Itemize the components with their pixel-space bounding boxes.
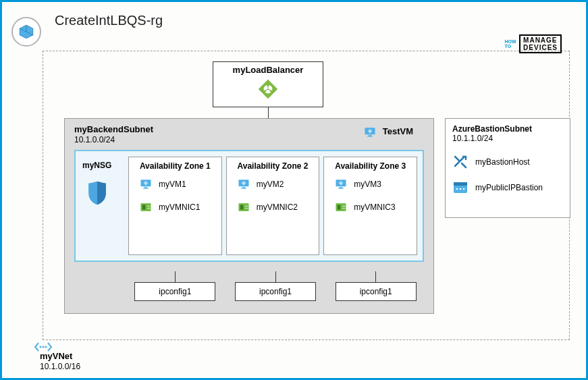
zone-title: Availability Zone 2 [232,161,314,171]
watermark: HOWTO MANAGEDEVICES [505,34,562,53]
svg-rect-24 [336,203,346,211]
vnet-label: myVNet 10.1.0.0/16 [40,351,80,371]
resource-group-title: CreateIntLBQS-rg [55,13,163,28]
svg-point-34 [43,346,45,348]
svg-rect-5 [369,135,372,136]
bastion-subnet-name: AzureBastionSubnet [452,124,563,134]
connector-line [175,271,176,282]
svg-point-3 [270,90,272,92]
svg-rect-27 [342,208,346,209]
svg-rect-20 [244,208,248,209]
vm-row: myVM2 [236,178,314,191]
svg-rect-10 [141,203,151,211]
availability-zone-2: Availability Zone 2 myVM2 myVMNIC2 [226,157,320,255]
test-vm: TestVM [363,126,413,139]
svg-rect-23 [338,188,344,189]
bastion-host-row: myBastionHost [452,154,563,170]
svg-rect-15 [242,187,245,188]
bastion-icon [452,154,469,170]
vm-icon [236,178,251,191]
vm-row: myVM3 [333,178,411,191]
zone-title: Availability Zone 3 [329,161,411,171]
zone-title: Availability Zone 1 [134,161,216,171]
nic-icon [236,200,251,214]
svg-rect-13 [147,208,151,209]
svg-point-33 [40,346,42,348]
backend-subnet-name: myBackendSubnet [74,124,153,134]
connector-line [375,271,376,282]
ipconfig-label: ipconfig1 [336,282,417,301]
svg-rect-16 [241,188,246,189]
svg-rect-11 [142,205,145,210]
vm-icon [138,178,153,191]
ipconfig-row: ipconfig1 ipconfig1 ipconfig1 [127,271,424,301]
zones-container: Availability Zone 1 myVM1 myVMNIC1 Avail… [128,157,417,255]
ipconfig-label: ipconfig1 [134,282,215,301]
nic-row: myVMNIC1 [138,200,216,214]
nic-icon [138,200,153,214]
nsg-box: myNSG Availability Zone 1 myVM1 myVMNIC1 [74,150,424,262]
vm-row: myVM1 [138,178,216,191]
svg-point-2 [264,90,266,92]
nic-row: myVMNIC2 [236,200,314,214]
shield-icon [85,180,109,207]
bastion-host-label: myBastionHost [475,157,530,167]
svg-rect-6 [367,136,373,137]
backend-subnet-cidr: 10.1.0.0/24 [74,135,115,144]
svg-point-32 [463,188,465,190]
svg-point-35 [45,346,47,348]
svg-rect-22 [340,187,343,188]
load-balancer-label: myLoadBalancer [213,62,323,75]
ipconfig-2: ipconfig1 [228,271,324,301]
public-ip-label: myPublicIPBastion [475,183,543,192]
svg-rect-18 [240,205,243,210]
watermark-box2: DEVICES [523,44,558,51]
ipconfig-1: ipconfig1 [127,271,223,301]
ipconfig-3: ipconfig1 [327,271,424,301]
svg-rect-17 [238,203,248,211]
vm-label: myVM3 [354,180,381,189]
nic-label: myVMNIC3 [354,202,395,212]
svg-rect-26 [342,206,346,207]
availability-zone-3: Availability Zone 3 myVM3 myVMNIC3 [323,157,417,255]
availability-zone-1: Availability Zone 1 myVM1 myVMNIC1 [128,157,222,255]
nsg-label: myNSG [82,161,111,170]
svg-rect-29 [454,182,467,186]
public-ip-row: myPublicIPBastion [452,181,563,194]
backend-subnet-title: myBackendSubnet 10.1.0.0/24 [74,124,153,144]
vm-icon [333,178,348,191]
svg-rect-8 [144,187,148,188]
svg-rect-19 [244,206,248,207]
ipconfig-label: ipconfig1 [235,282,316,301]
svg-point-30 [456,188,458,190]
watermark-line2: TO [505,44,516,49]
test-vm-label: TestVM [383,126,413,136]
svg-point-31 [460,188,462,190]
nic-icon [333,200,348,214]
nic-row: myVMNIC3 [333,200,411,214]
vm-label: myVM1 [159,180,186,189]
backend-subnet-box: myBackendSubnet 10.1.0.0/24 TestVM myNSG… [64,118,434,314]
svg-rect-12 [147,206,151,207]
vm-label: myVM2 [257,180,284,189]
watermark-box1: MANAGE [523,36,557,44]
diagram-canvas: CreateIntLBQS-rg HOWTO MANAGEDEVICES myL… [0,0,588,380]
resource-group-icon [11,17,41,47]
connector-line [275,271,276,282]
vnet-cidr: 10.1.0.0/16 [40,362,80,371]
nic-label: myVMNIC1 [159,202,200,212]
svg-rect-25 [338,205,340,210]
vnet-name: myVNet [40,351,72,361]
watermark-line1: HOW [505,39,516,44]
bastion-subnet-cidr: 10.1.1.0/24 [452,134,563,143]
nic-label: myVMNIC2 [257,202,298,212]
svg-rect-9 [143,188,149,189]
load-balancer-node: myLoadBalancer [213,61,323,107]
public-ip-icon [452,181,469,194]
svg-point-1 [267,84,269,86]
bastion-subnet-box: AzureBastionSubnet 10.1.1.0/24 myBastion… [445,118,570,218]
